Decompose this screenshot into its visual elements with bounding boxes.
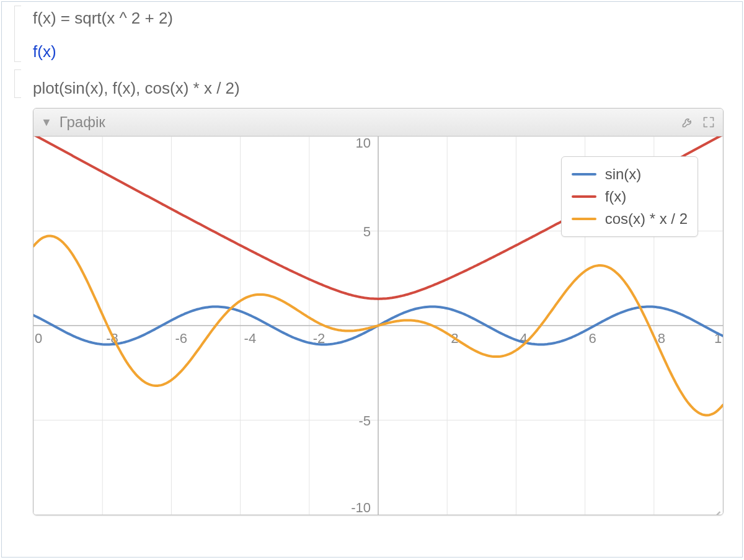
plot-panel: ▼ Графік 0-8-6-4-224681-10-5510 si — [33, 108, 724, 515]
legend-label: f(x) — [605, 188, 627, 205]
y-tick-label: -5 — [358, 413, 371, 429]
cell-bracket — [14, 6, 21, 62]
output-link[interactable]: f(x) — [33, 40, 724, 63]
x-tick-label: 0 — [35, 331, 42, 346]
plot-header: ▼ Графік — [33, 109, 723, 136]
plot-output: ▼ Графік 0-8-6-4-224681-10-5510 si — [33, 108, 724, 515]
wrench-icon[interactable] — [681, 115, 694, 129]
y-tick-label: 10 — [356, 136, 371, 151]
plot-title: Графік — [60, 113, 105, 131]
legend-swatch — [572, 218, 596, 220]
collapse-icon[interactable]: ▼ — [41, 116, 52, 129]
y-tick-label: 5 — [363, 224, 371, 239]
x-tick-label: 6 — [589, 331, 596, 346]
legend-swatch — [572, 195, 596, 198]
notebook-panel: f(x) = sqrt(x ^ 2 + 2) f(x) plot(sin(x),… — [1, 1, 743, 558]
legend-label: sin(x) — [605, 166, 642, 183]
x-tick-label: -6 — [175, 331, 187, 346]
y-tick-label: -10 — [351, 500, 371, 515]
expand-icon[interactable] — [702, 115, 715, 129]
code-line: f(x) = sqrt(x ^ 2 + 2) — [33, 7, 724, 29]
plot-legend[interactable]: sin(x)f(x)cos(x) * x / 2 — [561, 156, 698, 237]
cell-bracket — [14, 69, 21, 98]
input-cell-2[interactable]: plot(sin(x), f(x), cos(x) * x / 2) — [2, 66, 742, 102]
resize-grip[interactable] — [712, 504, 720, 512]
x-tick-label: -4 — [244, 331, 257, 346]
legend-item[interactable]: sin(x) — [572, 163, 688, 185]
legend-item[interactable]: cos(x) * x / 2 — [572, 208, 688, 230]
legend-item[interactable]: f(x) — [572, 185, 688, 208]
legend-swatch — [572, 173, 596, 176]
code-line: plot(sin(x), f(x), cos(x) * x / 2) — [33, 77, 724, 99]
input-cell-1[interactable]: f(x) = sqrt(x ^ 2 + 2) f(x) — [2, 2, 742, 66]
plot-body[interactable]: 0-8-6-4-224681-10-5510 sin(x)f(x)cos(x) … — [33, 136, 723, 515]
legend-label: cos(x) * x / 2 — [605, 210, 688, 228]
x-tick-label: 8 — [658, 331, 665, 346]
